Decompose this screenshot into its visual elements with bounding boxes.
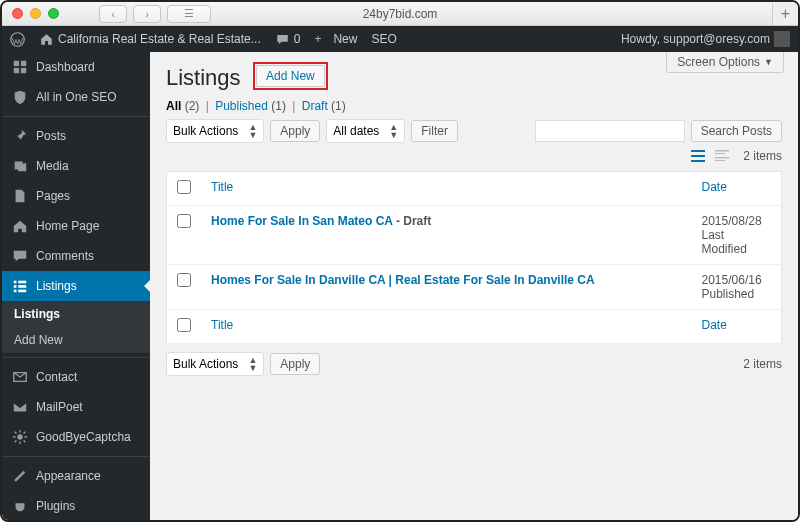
new-label: New bbox=[333, 32, 357, 46]
column-date-bottom[interactable]: Date bbox=[702, 318, 727, 332]
sidebar-item-label: Pages bbox=[36, 189, 70, 203]
pin-icon bbox=[12, 128, 28, 144]
sidebar-item-contact[interactable]: Contact bbox=[2, 362, 150, 392]
avatar bbox=[774, 31, 790, 47]
sidebar-item-label: All in One SEO bbox=[36, 90, 117, 104]
filter-published[interactable]: Published bbox=[215, 99, 268, 113]
sidebar-item-posts[interactable]: Posts bbox=[2, 121, 150, 151]
screen-options-toggle[interactable]: Screen Options ▼ bbox=[666, 52, 784, 73]
sidebar-item-label: GoodByeCaptcha bbox=[36, 430, 131, 444]
date-filter-select[interactable]: All dates ▲▼ bbox=[326, 119, 405, 143]
svg-rect-15 bbox=[715, 150, 729, 152]
howdy-account[interactable]: Howdy, support@oresy.com bbox=[621, 31, 790, 47]
envelope-icon bbox=[12, 399, 28, 415]
new-tab-button[interactable]: + bbox=[772, 3, 798, 25]
search-button[interactable]: Search Posts bbox=[691, 120, 782, 142]
svg-rect-3 bbox=[14, 68, 19, 73]
sidebar-item-label: Plugins bbox=[36, 499, 75, 513]
home-icon bbox=[12, 218, 28, 234]
screen-options-label: Screen Options bbox=[677, 55, 760, 69]
window-minimize-icon[interactable] bbox=[30, 8, 41, 19]
comments-link[interactable]: 0 bbox=[275, 32, 301, 47]
row-title-link[interactable]: Homes For Sale In Danville CA | Real Est… bbox=[211, 273, 595, 287]
svg-rect-7 bbox=[14, 285, 17, 288]
filter-button[interactable]: Filter bbox=[411, 120, 458, 142]
wp-admin-bar: California Real Estate & Real Estate... … bbox=[2, 26, 798, 52]
cog-icon bbox=[12, 429, 28, 445]
view-list-button[interactable] bbox=[687, 145, 709, 167]
sidebar-item-pages[interactable]: Pages bbox=[2, 181, 150, 211]
sidebar-item-label: Appearance bbox=[36, 469, 101, 483]
browser-titlebar: ‹ › ☰ 24by7bid.com + bbox=[2, 2, 798, 26]
filter-draft[interactable]: Draft bbox=[302, 99, 328, 113]
select-caret-icon: ▲▼ bbox=[248, 123, 257, 139]
bulk-actions-select[interactable]: Bulk Actions ▲▼ bbox=[166, 119, 264, 143]
svg-rect-4 bbox=[21, 68, 26, 73]
shield-icon bbox=[12, 89, 28, 105]
items-count-top: 2 items bbox=[743, 149, 782, 163]
sidebar-item-all-in-one-seo[interactable]: All in One SEO bbox=[2, 82, 150, 112]
sidebar-item-media[interactable]: Media bbox=[2, 151, 150, 181]
sidebar-item-appearance[interactable]: Appearance bbox=[2, 461, 150, 491]
content-area: Screen Options ▼ Listings Add New All (2… bbox=[150, 52, 798, 520]
seo-link[interactable]: SEO bbox=[371, 32, 396, 46]
column-title[interactable]: Title bbox=[211, 180, 233, 194]
bulk-actions-label: Bulk Actions bbox=[173, 124, 238, 138]
svg-rect-2 bbox=[21, 61, 26, 66]
media-icon bbox=[12, 158, 28, 174]
filter-all[interactable]: All bbox=[166, 99, 181, 113]
sidebar-item-comments[interactable]: Comments bbox=[2, 241, 150, 271]
howdy-label: Howdy, support@oresy.com bbox=[621, 32, 770, 46]
sidebar-item-dashboard[interactable]: Dashboard bbox=[2, 52, 150, 82]
sidebar-item-label: Dashboard bbox=[36, 60, 95, 74]
admin-sidebar: DashboardAll in One SEOPostsMediaPagesHo… bbox=[2, 52, 150, 520]
column-title-bottom[interactable]: Title bbox=[211, 318, 233, 332]
window-close-icon[interactable] bbox=[12, 8, 23, 19]
svg-rect-8 bbox=[18, 285, 26, 288]
sidebar-item-home-page[interactable]: Home Page bbox=[2, 211, 150, 241]
sidebar-item-mailpoet[interactable]: MailPoet bbox=[2, 392, 150, 422]
items-count-bottom: 2 items bbox=[743, 357, 782, 371]
excerpt-view-icon bbox=[714, 148, 730, 164]
window-zoom-icon[interactable] bbox=[48, 8, 59, 19]
svg-rect-10 bbox=[18, 290, 26, 293]
add-new-button[interactable]: Add New bbox=[256, 65, 325, 87]
column-date[interactable]: Date bbox=[702, 180, 727, 194]
search-input[interactable] bbox=[535, 120, 685, 142]
select-all-checkbox[interactable] bbox=[177, 180, 191, 194]
row-checkbox[interactable] bbox=[177, 214, 191, 228]
page-title: Listings bbox=[166, 65, 241, 91]
submenu-item-add-new[interactable]: Add New bbox=[2, 327, 150, 353]
wp-logo-icon[interactable] bbox=[10, 32, 25, 47]
svg-rect-1 bbox=[14, 61, 19, 66]
apply-button-bottom[interactable]: Apply bbox=[270, 353, 320, 375]
submenu-item-listings[interactable]: Listings bbox=[2, 301, 150, 327]
bulk-actions-label-bottom: Bulk Actions bbox=[173, 357, 238, 371]
nav-back-button[interactable]: ‹ bbox=[99, 5, 127, 23]
row-title-link[interactable]: Home For Sale In San Mateo CA bbox=[211, 214, 393, 228]
add-new-highlight: Add New bbox=[253, 62, 328, 90]
svg-rect-13 bbox=[691, 155, 705, 157]
sidebar-toggle-button[interactable]: ☰ bbox=[167, 5, 211, 23]
nav-forward-button[interactable]: › bbox=[133, 5, 161, 23]
row-date: 2015/08/28Last Modified bbox=[692, 206, 782, 265]
sidebar-item-plugins[interactable]: Plugins bbox=[2, 491, 150, 520]
sidebar-item-label: Contact bbox=[36, 370, 77, 384]
comments-count: 0 bbox=[294, 32, 301, 46]
listings-table: Title Date Home For Sale In San Mateo CA… bbox=[166, 171, 782, 344]
sidebar-item-listings[interactable]: Listings bbox=[2, 271, 150, 301]
sidebar-item-label: Media bbox=[36, 159, 69, 173]
select-all-checkbox-bottom[interactable] bbox=[177, 318, 191, 332]
apply-button[interactable]: Apply bbox=[270, 120, 320, 142]
table-row: Homes For Sale In Danville CA | Real Est… bbox=[167, 265, 782, 310]
dashboard-icon bbox=[12, 59, 28, 75]
bulk-actions-select-bottom[interactable]: Bulk Actions ▲▼ bbox=[166, 352, 264, 376]
svg-rect-18 bbox=[715, 160, 725, 161]
sidebar-item-goodbyecaptcha[interactable]: GoodByeCaptcha bbox=[2, 422, 150, 452]
svg-rect-12 bbox=[691, 150, 705, 152]
site-name-link[interactable]: California Real Estate & Real Estate... bbox=[39, 32, 261, 47]
svg-point-11 bbox=[17, 434, 22, 439]
new-content-link[interactable]: + New bbox=[314, 32, 357, 47]
row-checkbox[interactable] bbox=[177, 273, 191, 287]
view-excerpt-button[interactable] bbox=[711, 145, 733, 167]
